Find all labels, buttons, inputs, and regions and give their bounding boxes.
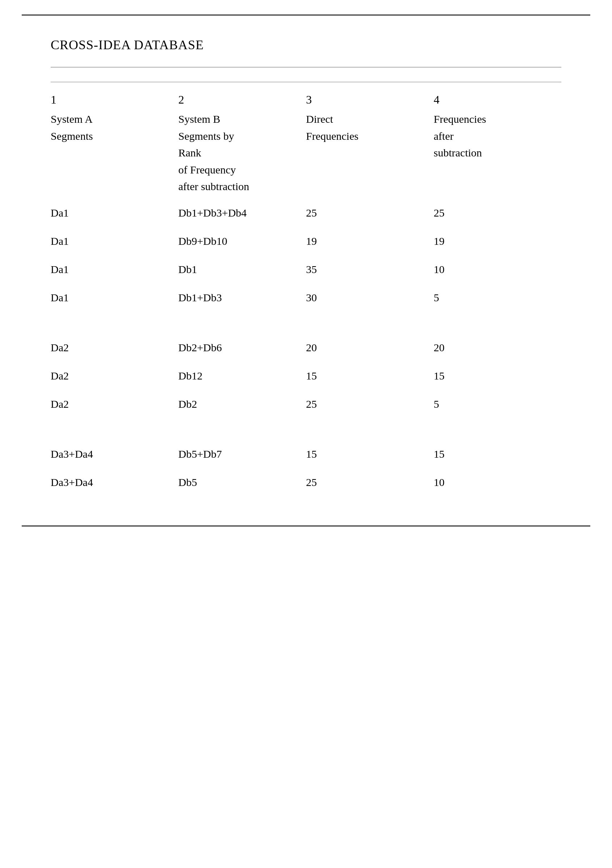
cell-4-2: Db1+Db3 [178,290,306,305]
table-row: Da1 Db1 35 10 [51,255,561,284]
col-2-label: System BSegments byRankof Frequencyafter… [178,113,249,192]
cell-2-4: 19 [434,234,561,249]
cell-4-4: 5 [434,290,561,305]
cell-3-2: Db1 [178,262,306,277]
cell-6-3: 15 [306,368,434,383]
cell-3-4: 10 [434,262,561,277]
cell-1-3: 25 [306,205,434,220]
row-group-1: Da1 Db1+Db3+Db4 25 25 Da1 Db9+Db10 19 19… [51,199,561,312]
header-divider [51,67,561,67]
table-row: Da2 Db12 15 15 [51,362,561,390]
table-container: 1 System A Segments 2 System BSegments b… [51,82,561,496]
cell-7-3: 25 [306,397,434,412]
cell-6-1: Da2 [51,368,178,383]
cell-8-1: Da3+Da4 [51,446,178,462]
group-separator-1 [51,319,561,333]
cell-8-2: Db5+Db7 [178,446,306,462]
group-separator-2 [51,425,561,440]
table-row: Da2 Db2+Db6 20 20 [51,333,561,362]
cell-9-2: Db5 [178,475,306,490]
col-4-label: Frequenciesaftersubtraction [434,113,486,159]
page-title: CROSS-IDEA DATABASE [51,37,561,53]
col-4-number: 4 [434,93,561,107]
cell-3-1: Da1 [51,262,178,277]
header-col-3: 3 DirectFrequencies [306,90,434,199]
cell-4-3: 30 [306,290,434,305]
cell-1-4: 25 [434,205,561,220]
cell-3-3: 35 [306,262,434,277]
table-row: Da2 Db2 25 5 [51,390,561,418]
cell-2-1: Da1 [51,234,178,249]
col-1-label-segments: Segments [51,130,93,142]
table-row: Da3+Da4 Db5+Db7 15 15 [51,440,561,468]
page-container: CROSS-IDEA DATABASE 1 System A Segments … [22,14,590,527]
row-group-2: Da2 Db2+Db6 20 20 Da2 Db12 15 15 Da2 Db2… [51,333,561,418]
cell-1-1: Da1 [51,205,178,220]
cell-1-2: Db1+Db3+Db4 [178,205,306,220]
col-3-label: DirectFrequencies [306,113,359,142]
cell-2-2: Db9+Db10 [178,234,306,249]
cell-5-1: Da2 [51,340,178,355]
cell-9-4: 10 [434,475,561,490]
cell-5-3: 20 [306,340,434,355]
cell-6-2: Db12 [178,368,306,383]
header-col-2: 2 System BSegments byRankof Frequencyaft… [178,90,306,199]
cell-4-1: Da1 [51,290,178,305]
cell-8-4: 15 [434,446,561,462]
cell-5-4: 20 [434,340,561,355]
row-group-3: Da3+Da4 Db5+Db7 15 15 Da3+Da4 Db5 25 10 [51,440,561,496]
cell-7-2: Db2 [178,397,306,412]
cell-9-1: Da3+Da4 [51,475,178,490]
cell-8-3: 15 [306,446,434,462]
col-1-number: 1 [51,93,178,107]
table-row: Da1 Db1+Db3+Db4 25 25 [51,199,561,227]
cell-6-4: 15 [434,368,561,383]
col-3-number: 3 [306,93,434,107]
cell-7-1: Da2 [51,397,178,412]
cell-5-2: Db2+Db6 [178,340,306,355]
table-header: 1 System A Segments 2 System BSegments b… [51,82,561,199]
table-row: Da1 Db9+Db10 19 19 [51,227,561,255]
table-row: Da1 Db1+Db3 30 5 [51,284,561,312]
table-row: Da3+Da4 Db5 25 10 [51,468,561,496]
table-body: Da1 Db1+Db3+Db4 25 25 Da1 Db9+Db10 19 19… [51,199,561,496]
cell-2-3: 19 [306,234,434,249]
col-1-label-system: System A [51,113,93,125]
cell-9-3: 25 [306,475,434,490]
header-col-1: 1 System A Segments [51,90,178,199]
col-2-number: 2 [178,93,306,107]
header-col-4: 4 Frequenciesaftersubtraction [434,90,561,199]
cell-7-4: 5 [434,397,561,412]
